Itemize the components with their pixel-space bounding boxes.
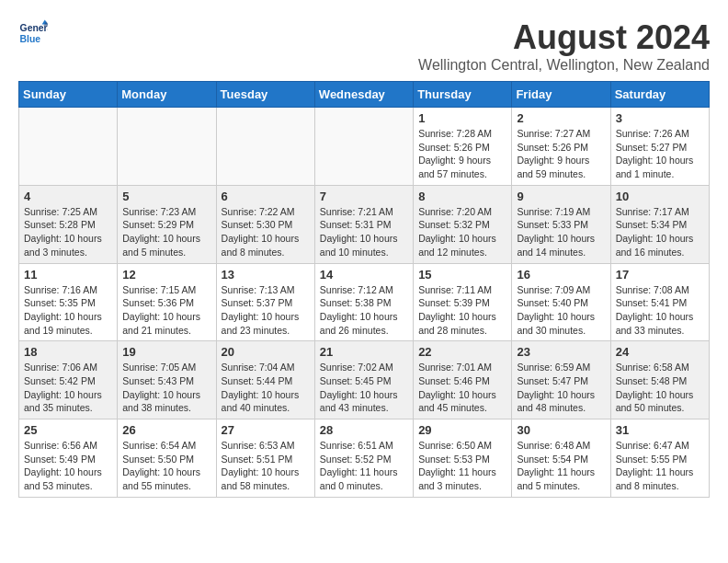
day-info: Sunrise: 6:59 AM Sunset: 5:47 PM Dayligh…	[517, 361, 605, 415]
day-number: 10	[616, 190, 704, 203]
day-number: 24	[616, 345, 704, 359]
day-info: Sunrise: 7:06 AM Sunset: 5:42 PM Dayligh…	[24, 361, 112, 415]
day-number: 21	[320, 345, 408, 359]
day-number: 1	[418, 111, 506, 125]
header: General Blue August 2024 Wellington Cent…	[18, 18, 710, 74]
day-number: 17	[616, 268, 704, 282]
calendar-day-cell: 9Sunrise: 7:19 AM Sunset: 5:33 PM Daylig…	[512, 185, 610, 263]
day-info: Sunrise: 7:22 AM Sunset: 5:30 PM Dayligh…	[222, 205, 310, 259]
day-info: Sunrise: 7:16 AM Sunset: 5:35 PM Dayligh…	[24, 283, 112, 338]
calendar-day-cell: 15Sunrise: 7:11 AM Sunset: 5:39 PM Dayli…	[414, 263, 512, 341]
calendar-day-cell: 31Sunrise: 6:47 AM Sunset: 5:55 PM Dayli…	[610, 419, 709, 498]
calendar-header-monday: Monday	[118, 82, 216, 108]
day-number: 9	[517, 190, 605, 203]
day-info: Sunrise: 7:01 AM Sunset: 5:46 PM Dayligh…	[418, 361, 506, 415]
calendar-day-cell	[314, 108, 413, 186]
calendar-header-friday: Friday	[512, 82, 610, 108]
day-info: Sunrise: 7:20 AM Sunset: 5:32 PM Dayligh…	[418, 205, 506, 259]
day-info: Sunrise: 7:12 AM Sunset: 5:38 PM Dayligh…	[320, 283, 408, 338]
calendar-day-cell: 7Sunrise: 7:21 AM Sunset: 5:31 PM Daylig…	[314, 185, 413, 263]
calendar-week-row-3: 11Sunrise: 7:16 AM Sunset: 5:35 PM Dayli…	[19, 263, 710, 341]
day-number: 15	[418, 268, 506, 282]
day-number: 28	[320, 423, 408, 437]
day-number: 8	[418, 190, 506, 203]
day-info: Sunrise: 7:23 AM Sunset: 5:29 PM Dayligh…	[122, 205, 210, 259]
day-info: Sunrise: 7:02 AM Sunset: 5:45 PM Dayligh…	[320, 361, 408, 415]
calendar-day-cell: 6Sunrise: 7:22 AM Sunset: 5:30 PM Daylig…	[216, 185, 314, 263]
calendar-day-cell: 12Sunrise: 7:15 AM Sunset: 5:36 PM Dayli…	[118, 263, 216, 341]
day-info: Sunrise: 6:53 AM Sunset: 5:51 PM Dayligh…	[222, 439, 310, 493]
day-info: Sunrise: 6:48 AM Sunset: 5:54 PM Dayligh…	[517, 439, 605, 493]
day-number: 19	[122, 345, 210, 359]
day-number: 11	[24, 268, 112, 282]
day-info: Sunrise: 7:21 AM Sunset: 5:31 PM Dayligh…	[320, 205, 408, 259]
calendar-day-cell: 5Sunrise: 7:23 AM Sunset: 5:29 PM Daylig…	[118, 185, 216, 263]
calendar-day-cell: 11Sunrise: 7:16 AM Sunset: 5:35 PM Dayli…	[19, 263, 118, 341]
calendar-day-cell: 20Sunrise: 7:04 AM Sunset: 5:44 PM Dayli…	[216, 341, 314, 419]
day-number: 23	[517, 345, 605, 359]
day-info: Sunrise: 6:58 AM Sunset: 5:48 PM Dayligh…	[616, 361, 704, 415]
calendar-header-sunday: Sunday	[19, 82, 118, 108]
calendar-day-cell: 30Sunrise: 6:48 AM Sunset: 5:54 PM Dayli…	[512, 419, 610, 498]
day-number: 31	[616, 423, 704, 437]
day-number: 18	[24, 345, 112, 359]
calendar-day-cell: 26Sunrise: 6:54 AM Sunset: 5:50 PM Dayli…	[118, 419, 216, 498]
day-number: 4	[24, 190, 112, 203]
calendar-day-cell: 3Sunrise: 7:26 AM Sunset: 5:27 PM Daylig…	[610, 108, 709, 186]
calendar-day-cell: 25Sunrise: 6:56 AM Sunset: 5:49 PM Dayli…	[19, 419, 118, 498]
calendar-day-cell: 17Sunrise: 7:08 AM Sunset: 5:41 PM Dayli…	[610, 263, 709, 341]
day-info: Sunrise: 7:04 AM Sunset: 5:44 PM Dayligh…	[222, 361, 310, 415]
calendar-header-thursday: Thursday	[414, 82, 512, 108]
calendar-day-cell: 2Sunrise: 7:27 AM Sunset: 5:26 PM Daylig…	[512, 108, 610, 186]
day-number: 29	[418, 423, 506, 437]
calendar-header-saturday: Saturday	[610, 82, 709, 108]
calendar-header-tuesday: Tuesday	[216, 82, 314, 108]
calendar-day-cell: 28Sunrise: 6:51 AM Sunset: 5:52 PM Dayli…	[314, 419, 413, 498]
calendar-day-cell: 19Sunrise: 7:05 AM Sunset: 5:43 PM Dayli…	[118, 341, 216, 419]
day-info: Sunrise: 7:28 AM Sunset: 5:26 PM Dayligh…	[418, 127, 506, 181]
day-number: 7	[320, 190, 408, 203]
calendar-day-cell	[19, 108, 118, 186]
day-number: 16	[517, 268, 605, 282]
calendar-day-cell: 18Sunrise: 7:06 AM Sunset: 5:42 PM Dayli…	[19, 341, 118, 419]
day-info: Sunrise: 7:25 AM Sunset: 5:28 PM Dayligh…	[24, 205, 112, 259]
day-number: 20	[222, 345, 310, 359]
calendar-day-cell: 4Sunrise: 7:25 AM Sunset: 5:28 PM Daylig…	[19, 185, 118, 263]
calendar-day-cell	[118, 108, 216, 186]
day-number: 14	[320, 268, 408, 282]
day-info: Sunrise: 7:11 AM Sunset: 5:39 PM Dayligh…	[418, 283, 506, 338]
svg-text:General: General	[20, 23, 48, 33]
day-info: Sunrise: 7:13 AM Sunset: 5:37 PM Dayligh…	[222, 283, 310, 338]
day-info: Sunrise: 7:15 AM Sunset: 5:36 PM Dayligh…	[122, 283, 210, 338]
day-number: 27	[222, 423, 310, 437]
subtitle: Wellington Central, Wellington, New Zeal…	[418, 57, 710, 74]
day-number: 6	[222, 190, 310, 203]
calendar-week-row-5: 25Sunrise: 6:56 AM Sunset: 5:49 PM Dayli…	[19, 419, 710, 498]
day-number: 26	[122, 423, 210, 437]
calendar-day-cell: 8Sunrise: 7:20 AM Sunset: 5:32 PM Daylig…	[414, 185, 512, 263]
day-number: 3	[616, 111, 704, 125]
calendar-week-row-1: 1Sunrise: 7:28 AM Sunset: 5:26 PM Daylig…	[19, 108, 710, 186]
calendar-week-row-2: 4Sunrise: 7:25 AM Sunset: 5:28 PM Daylig…	[19, 185, 710, 263]
calendar-day-cell: 24Sunrise: 6:58 AM Sunset: 5:48 PM Dayli…	[610, 341, 709, 419]
day-info: Sunrise: 7:08 AM Sunset: 5:41 PM Dayligh…	[616, 283, 704, 338]
main-title: August 2024	[418, 18, 710, 57]
calendar-day-cell: 22Sunrise: 7:01 AM Sunset: 5:46 PM Dayli…	[414, 341, 512, 419]
day-number: 2	[517, 111, 605, 125]
day-number: 13	[222, 268, 310, 282]
calendar-week-row-4: 18Sunrise: 7:06 AM Sunset: 5:42 PM Dayli…	[19, 341, 710, 419]
day-info: Sunrise: 7:26 AM Sunset: 5:27 PM Dayligh…	[616, 127, 704, 181]
calendar-day-cell: 13Sunrise: 7:13 AM Sunset: 5:37 PM Dayli…	[216, 263, 314, 341]
calendar-header-row: SundayMondayTuesdayWednesdayThursdayFrid…	[19, 82, 710, 108]
calendar-day-cell: 27Sunrise: 6:53 AM Sunset: 5:51 PM Dayli…	[216, 419, 314, 498]
day-info: Sunrise: 6:54 AM Sunset: 5:50 PM Dayligh…	[122, 439, 210, 493]
logo-icon: General Blue	[18, 18, 48, 48]
day-info: Sunrise: 6:51 AM Sunset: 5:52 PM Dayligh…	[320, 439, 408, 493]
calendar-day-cell: 29Sunrise: 6:50 AM Sunset: 5:53 PM Dayli…	[414, 419, 512, 498]
day-number: 12	[122, 268, 210, 282]
day-number: 22	[418, 345, 506, 359]
day-number: 25	[24, 423, 112, 437]
logo: General Blue	[18, 18, 48, 48]
calendar-day-cell: 10Sunrise: 7:17 AM Sunset: 5:34 PM Dayli…	[610, 185, 709, 263]
title-section: August 2024 Wellington Central, Wellingt…	[418, 18, 710, 74]
